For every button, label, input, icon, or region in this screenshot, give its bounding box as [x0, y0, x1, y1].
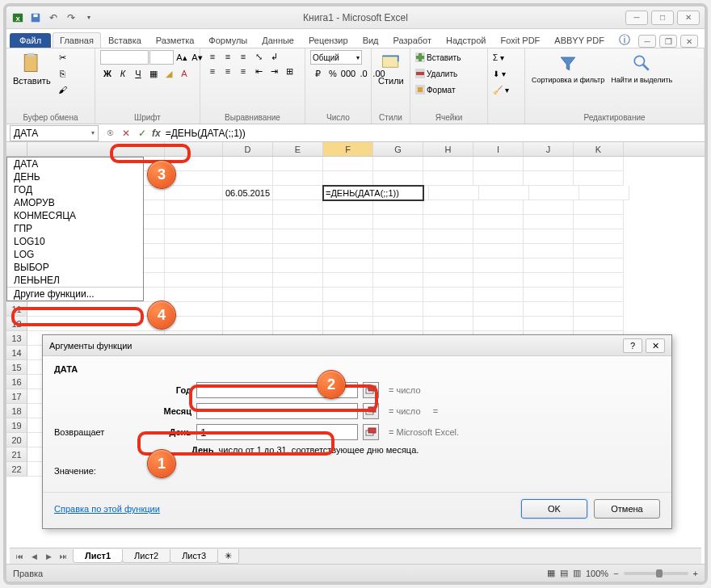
func-item[interactable]: ДАТА: [7, 158, 143, 170]
collapse-dialog-button[interactable]: [363, 382, 379, 398]
sort-filter-button[interactable]: Сортировка и фильтр: [530, 50, 606, 86]
tab-review[interactable]: Рецензир: [301, 32, 356, 48]
func-item[interactable]: LOG: [7, 248, 143, 261]
align-bottom-icon[interactable]: ≡: [236, 50, 250, 63]
row-header[interactable]: 15: [6, 360, 27, 375]
qat-dropdown-icon[interactable]: ▾: [81, 10, 97, 26]
arg-month-input[interactable]: [196, 403, 358, 419]
percent-icon[interactable]: %: [326, 66, 340, 81]
copy-icon[interactable]: ⎘: [56, 66, 70, 81]
row-header[interactable]: 11: [6, 302, 27, 317]
bold-icon[interactable]: Ж: [100, 66, 115, 81]
italic-icon[interactable]: К: [116, 66, 130, 81]
minimize-button[interactable]: ─: [625, 10, 648, 25]
row-header[interactable]: 18: [6, 404, 27, 418]
merge-icon[interactable]: ⊞: [282, 65, 297, 78]
workbook-minimize-button[interactable]: ─: [638, 35, 656, 48]
tab-layout[interactable]: Разметка: [149, 32, 202, 48]
col-header[interactable]: I: [473, 142, 524, 156]
fill-color-icon[interactable]: ◢: [162, 66, 176, 81]
workbook-close-button[interactable]: ✕: [680, 35, 698, 48]
zoom-out-button[interactable]: −: [613, 569, 618, 578]
collapse-dialog-button[interactable]: [363, 424, 379, 440]
col-header[interactable]: D: [223, 142, 273, 156]
col-header[interactable]: J: [524, 142, 574, 156]
row-header[interactable]: 21: [6, 447, 27, 462]
indent-dec-icon[interactable]: ⇤: [251, 65, 266, 78]
tab-abbyy[interactable]: ABBYY PDF: [547, 32, 612, 48]
orientation-icon[interactable]: ⤡: [251, 50, 266, 63]
ok-button[interactable]: OK: [521, 499, 587, 519]
dialog-close-button[interactable]: ✕: [646, 338, 665, 353]
view-normal-icon[interactable]: ▦: [547, 568, 555, 578]
zoom-slider[interactable]: [624, 572, 688, 575]
view-pagebreak-icon[interactable]: ▥: [573, 568, 581, 578]
workbook-restore-button[interactable]: ❐: [659, 35, 677, 48]
namebox-expand-icon[interactable]: ⦿: [102, 126, 118, 141]
tab-addins[interactable]: Надстрой: [439, 32, 493, 48]
tab-insert[interactable]: Вставка: [101, 32, 149, 48]
undo-icon[interactable]: ↶: [45, 10, 61, 26]
cut-icon[interactable]: ✂: [56, 50, 70, 65]
name-box[interactable]: ДАТА ▾: [10, 125, 99, 141]
row-header[interactable]: 20: [6, 433, 27, 447]
func-item[interactable]: АМОРУВ: [7, 196, 143, 209]
row-header[interactable]: 13: [6, 331, 27, 346]
align-left-icon[interactable]: ≡: [205, 65, 220, 78]
indent-inc-icon[interactable]: ⇥: [267, 65, 281, 78]
select-all-corner[interactable]: [6, 142, 27, 156]
sheet-tab[interactable]: Лист1: [73, 549, 123, 563]
border-icon[interactable]: ▦: [146, 66, 161, 81]
row-header[interactable]: 12: [6, 317, 27, 331]
tab-formulas[interactable]: Формулы: [201, 32, 255, 48]
collapse-dialog-button[interactable]: [363, 403, 379, 419]
row-header[interactable]: 22: [6, 462, 27, 477]
view-layout-icon[interactable]: ▤: [560, 568, 568, 578]
col-header[interactable]: H: [423, 142, 473, 156]
ribbon-minimize-icon[interactable]: ⓘ: [614, 33, 635, 48]
autosum-button[interactable]: Σ ▾: [493, 50, 504, 65]
tab-foxit[interactable]: Foxit PDF: [493, 32, 547, 48]
row-header[interactable]: 17: [6, 389, 27, 404]
inc-decimal-icon[interactable]: .0: [356, 66, 371, 81]
file-tab[interactable]: Файл: [10, 33, 51, 48]
styles-button[interactable]: Стили: [377, 50, 406, 87]
wrap-text-icon[interactable]: ↲: [267, 50, 281, 63]
func-item-more[interactable]: Другие функции...: [7, 287, 143, 300]
func-item[interactable]: ГПР: [7, 222, 143, 235]
zoom-in-button[interactable]: +: [693, 569, 698, 578]
active-cell[interactable]: =ДЕНЬ(ДАТА(;;1)): [323, 186, 423, 200]
func-item[interactable]: ВЫБОР: [7, 261, 143, 274]
underline-icon[interactable]: Ч: [131, 66, 145, 81]
func-item[interactable]: LOG10: [7, 235, 143, 248]
find-select-button[interactable]: Найти и выделить: [609, 50, 674, 86]
func-item[interactable]: ЛЕНЬНЕЛ: [7, 274, 143, 287]
insert-cells-button[interactable]: Вставить: [415, 50, 461, 65]
font-color-icon[interactable]: A: [177, 66, 191, 81]
currency-icon[interactable]: ₽: [310, 66, 325, 81]
grow-font-icon[interactable]: A▴: [175, 50, 189, 65]
paste-button[interactable]: Вставить: [11, 50, 53, 87]
maximize-button[interactable]: □: [651, 10, 674, 25]
tab-data[interactable]: Данные: [255, 32, 301, 48]
row-header[interactable]: 14: [6, 346, 27, 360]
fill-button[interactable]: ⬇ ▾: [493, 66, 506, 81]
col-header[interactable]: K: [574, 142, 624, 156]
tab-home[interactable]: Главная: [53, 32, 101, 48]
col-header[interactable]: F: [323, 142, 373, 156]
cell-d3[interactable]: 06.05.2015: [223, 186, 273, 200]
sheet-nav-last-icon[interactable]: ⏭: [57, 551, 69, 562]
col-header[interactable]: E: [273, 142, 323, 156]
close-button[interactable]: ✕: [677, 10, 700, 25]
sheet-tab[interactable]: Лист3: [170, 549, 218, 563]
cancel-formula-icon[interactable]: ✕: [118, 126, 134, 141]
row-header[interactable]: 19: [6, 418, 27, 433]
func-item[interactable]: КОНМЕСЯЦА: [7, 209, 143, 222]
align-top-icon[interactable]: ≡: [205, 50, 220, 63]
align-center-icon[interactable]: ≡: [221, 65, 235, 78]
redo-icon[interactable]: ↷: [63, 10, 79, 26]
row-header[interactable]: 16: [6, 375, 27, 389]
tab-view[interactable]: Вид: [356, 32, 386, 48]
delete-cells-button[interactable]: Удалить: [415, 66, 457, 81]
font-size-combo[interactable]: [149, 50, 174, 65]
